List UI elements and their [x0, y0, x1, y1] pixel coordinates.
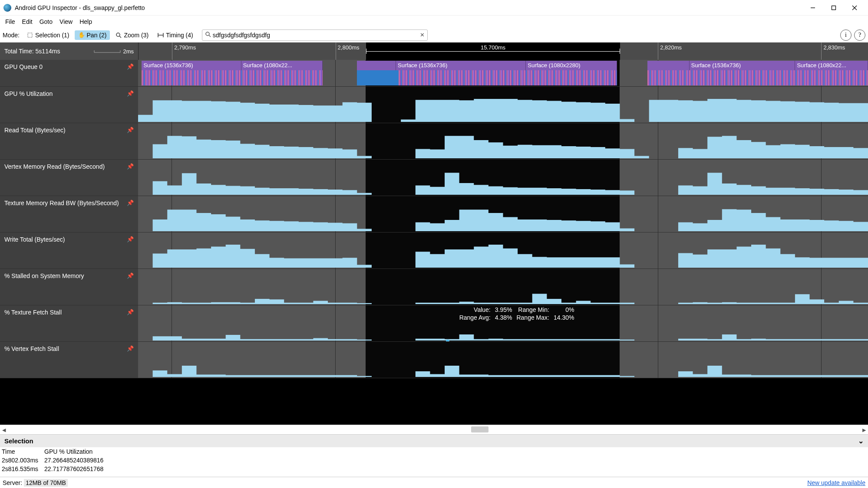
pin-icon[interactable]: 📌 [127, 309, 134, 315]
pin-icon[interactable]: 📌 [127, 345, 134, 352]
window-title: Android GPU Inspector - dls_swappy_gl.pe… [15, 4, 145, 11]
maximize-button[interactable] [824, 1, 844, 14]
surface-label [357, 61, 396, 70]
timing-icon [157, 32, 164, 39]
chevron-down-icon[interactable]: ⌄ [858, 437, 864, 445]
mode-timing-button[interactable]: Timing (4) [154, 30, 197, 40]
frame-stripes [647, 70, 868, 85]
pin-icon[interactable]: 📌 [127, 63, 134, 70]
menubar: File Edit Goto View Help [0, 16, 868, 28]
menu-edit[interactable]: Edit [20, 17, 35, 26]
search-input[interactable] [213, 32, 420, 39]
col-gpu-util[interactable]: GPU % Utilization [43, 447, 108, 456]
zoom-icon [115, 32, 122, 39]
surface-label: Surface (1536x736) [142, 61, 241, 70]
pin-icon[interactable]: 📌 [127, 163, 134, 170]
track-label-tex_mem[interactable]: Texture Memory Read BW (Bytes/Second)📌 [0, 196, 138, 232]
counter-chart [138, 208, 868, 231]
track-label-vtx_stall[interactable]: % Vertex Fetch Stall📌 [0, 342, 138, 378]
selection-title: Selection [4, 437, 33, 445]
scroll-right-arrow[interactable]: ▶ [860, 425, 868, 435]
hover-tooltip: Value:3.95%Range Min:0%Range Avg:4.38%Ra… [459, 306, 574, 321]
menu-help[interactable]: Help [77, 17, 95, 26]
svg-point-5 [116, 33, 120, 36]
mode-selection-button[interactable]: Selection (1) [23, 30, 73, 40]
track-body-write_total[interactable] [138, 233, 868, 269]
track-vtx_stall: % Vertex Fetch Stall📌 [0, 342, 868, 378]
titlebar: Android GPU Inspector - dls_swappy_gl.pe… [0, 0, 868, 16]
mode-pan-label: Pan (2) [87, 32, 107, 39]
track-label-stall_sysmem[interactable]: % Stalled on System Memory📌 [0, 269, 138, 305]
gpu-queue-frame[interactable]: Surface (1536x736)Surface (1080x22... [647, 61, 868, 85]
track-body-tex_stall[interactable]: Value:3.95%Range Min:0%Range Avg:4.38%Ra… [138, 305, 868, 341]
info-button[interactable]: i [840, 29, 851, 41]
surface-label: Surface (1080x22... [795, 61, 868, 70]
svg-marker-20 [138, 294, 868, 304]
scrollbar-thumb[interactable] [471, 426, 488, 432]
table-row[interactable]: 2s816.535ms 22.717787602651768 [0, 465, 108, 473]
track-body-tex_mem[interactable] [138, 196, 868, 232]
svg-marker-17 [138, 173, 868, 195]
gpu-queue-frame[interactable]: Surface (1536x736)Surface (1080x22... [142, 61, 323, 85]
track-body-gpu_util[interactable] [138, 87, 868, 123]
menu-view[interactable]: View [57, 17, 75, 26]
mode-timing-label: Timing (4) [166, 32, 193, 39]
clear-search-icon[interactable]: ✕ [420, 32, 425, 38]
time-ruler[interactable]: Total Time: 5s114ms 2ms 2,790ms2,800ms2,… [0, 43, 868, 60]
search-box[interactable]: ✕ [202, 29, 428, 41]
counter-chart [138, 354, 868, 377]
selection-duration-label: 15.700ms [366, 44, 620, 51]
svg-line-6 [119, 36, 121, 38]
track-body-gpu-queue[interactable]: Surface (1536x736)Surface (1080x22...Sur… [138, 60, 868, 86]
surface-label: Surface (1536x736) [396, 61, 526, 70]
statusbar: Server: 12MB of 70MB New update availabl… [0, 477, 868, 488]
track-body-vtx_mem[interactable] [138, 160, 868, 196]
selection-panel-header[interactable]: Selection ⌄ [0, 434, 868, 447]
mode-pan-button[interactable]: ✋ Pan (2) [75, 30, 110, 40]
track-label-vtx_mem[interactable]: Vertex Memory Read (Bytes/Second)📌 [0, 160, 138, 196]
pin-icon[interactable]: 📌 [127, 236, 134, 242]
help-button[interactable]: ? [854, 29, 865, 41]
gpu-queue-frame[interactable]: Surface (1536x736)Surface (1080x2280) [357, 61, 617, 85]
svg-rect-1 [832, 6, 836, 10]
counter-chart [138, 98, 868, 122]
menu-file[interactable]: File [3, 17, 18, 26]
minimize-button[interactable] [803, 1, 823, 14]
server-memory: 12MB of 70MB [24, 479, 68, 487]
pin-icon[interactable]: 📌 [127, 272, 134, 279]
timeline-horizontal-scrollbar[interactable]: ◀ ▶ [0, 425, 868, 434]
ruler-scale: 2ms [93, 48, 134, 55]
track-tex_stall: % Texture Fetch Stall📌Value:3.95%Range M… [0, 305, 868, 342]
track-label-gpu_util[interactable]: GPU % Utilization📌 [0, 87, 138, 123]
counter-chart [138, 244, 868, 268]
scroll-left-arrow[interactable]: ◀ [0, 425, 8, 435]
track-body-vtx_stall[interactable] [138, 342, 868, 378]
new-update-link[interactable]: New update available [807, 479, 865, 486]
ruler-selection[interactable]: 15.700ms [366, 43, 620, 60]
ruler-tick: 2,800ms [336, 43, 361, 60]
track-body-stall_sysmem[interactable] [138, 269, 868, 305]
track-body-read_total[interactable] [138, 123, 868, 159]
ruler-body[interactable]: 2,790ms2,800ms2,810ms2,820ms2,830ms15.70… [138, 43, 868, 60]
track-read_total: Read Total (Bytes/sec)📌 [0, 123, 868, 160]
menu-goto[interactable]: Goto [37, 17, 55, 26]
track-label-gpu-queue[interactable]: GPU Queue 0 📌 [0, 60, 138, 86]
mode-zoom-button[interactable]: Zoom (3) [112, 30, 152, 40]
surface-label: Surface (1080x22... [241, 61, 323, 70]
frame-stripes [142, 70, 323, 85]
table-row[interactable]: 2s802.003ms 27.266485240389816 [0, 456, 108, 465]
pin-icon[interactable]: 📌 [127, 127, 134, 133]
mode-zoom-label: Zoom (3) [124, 32, 149, 39]
frame-stripes [357, 70, 617, 85]
track-label-write_total[interactable]: Write Total (Bytes/sec)📌 [0, 233, 138, 269]
hover-marker [446, 340, 449, 341]
col-time[interactable]: Time [0, 447, 43, 456]
pin-icon[interactable]: 📌 [127, 90, 134, 97]
pin-icon[interactable]: 📌 [127, 200, 134, 206]
track-label-read_total[interactable]: Read Total (Bytes/sec)📌 [0, 123, 138, 159]
search-icon [205, 31, 211, 39]
close-button[interactable] [845, 1, 865, 14]
timeline-area: Total Time: 5s114ms 2ms 2,790ms2,800ms2,… [0, 43, 868, 425]
ruler-tick: 2,820ms [658, 43, 683, 60]
track-label-tex_stall[interactable]: % Texture Fetch Stall📌 [0, 305, 138, 341]
